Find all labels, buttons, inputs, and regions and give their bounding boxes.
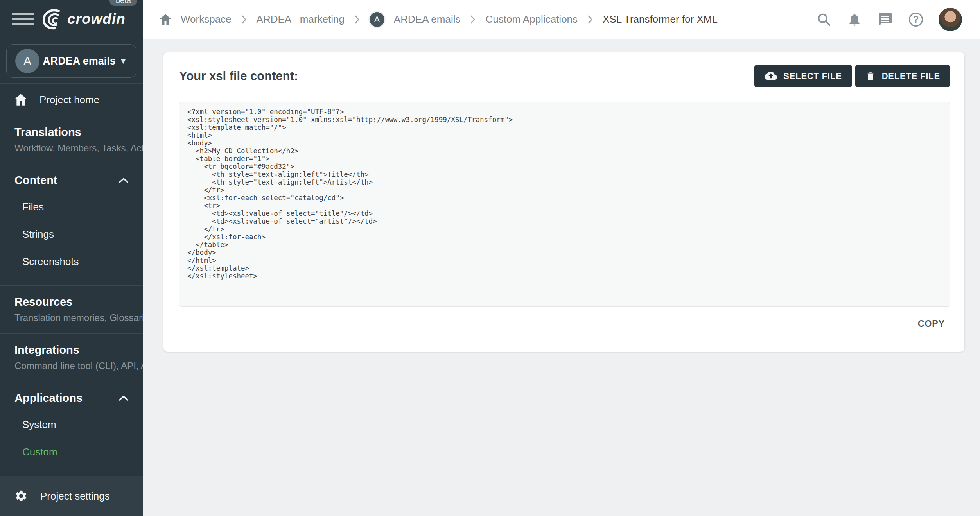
help-icon[interactable]: ? bbox=[909, 13, 923, 27]
delete-file-button[interactable]: DELETE FILE bbox=[855, 65, 950, 87]
topbar-icons: ? bbox=[817, 8, 962, 31]
page-title: Your xsl file content: bbox=[179, 69, 298, 83]
project-avatar: A bbox=[15, 49, 39, 73]
sidebar-item-strings[interactable]: Strings bbox=[0, 220, 143, 248]
breadcrumb-custom-applications[interactable]: Custom Applications bbox=[485, 13, 578, 25]
topbar: Workspace ARDEA - marketing A ARDEA emai… bbox=[143, 0, 980, 39]
gear-icon bbox=[14, 489, 28, 503]
sidebar-item-project-settings[interactable]: Project settings bbox=[0, 476, 143, 516]
sidebar-header: crowdin beta bbox=[0, 0, 143, 38]
sidebar-item-custom[interactable]: Custom bbox=[0, 438, 143, 466]
app-root: crowdin beta A ARDEA emails ▼ Project ho… bbox=[0, 0, 980, 516]
crowdin-logo[interactable]: crowdin beta bbox=[40, 8, 126, 30]
breadcrumb-project[interactable]: ARDEA emails bbox=[394, 13, 461, 25]
file-actions: SELECT FILE DELETE FILE bbox=[754, 65, 950, 87]
section-title-integrations[interactable]: Integrations bbox=[14, 342, 79, 357]
content-column: Workspace ARDEA - marketing A ARDEA emai… bbox=[143, 0, 980, 516]
breadcrumb-project-avatar[interactable]: A bbox=[370, 12, 384, 27]
project-selector[interactable]: A ARDEA emails ▼ bbox=[6, 44, 136, 78]
section-title-translations[interactable]: Translations bbox=[14, 125, 81, 140]
sidebar-item-project-home[interactable]: Project home bbox=[0, 84, 143, 116]
sidebar-item-screenshots[interactable]: Screenshots bbox=[0, 248, 143, 275]
sidebar-section-applications: Applications System Custom bbox=[0, 382, 143, 476]
xsl-code-content: <?xml version="1.0" encoding="UTF-8"?> <… bbox=[187, 108, 942, 280]
sidebar-item-label: Project home bbox=[39, 94, 99, 106]
sidebar-footer: Project settings bbox=[0, 476, 143, 516]
section-subtitle-integrations: Command line tool (CLI), API, A… bbox=[0, 357, 143, 371]
user-avatar[interactable] bbox=[939, 8, 962, 31]
section-title-applications[interactable]: Applications bbox=[14, 391, 83, 405]
messages-chat-icon[interactable] bbox=[878, 12, 893, 27]
beta-badge: beta bbox=[109, 0, 137, 6]
breadcrumb-org[interactable]: ARDEA - marketing bbox=[257, 13, 345, 25]
notifications-bell-icon[interactable] bbox=[847, 12, 862, 27]
sidebar-section-content: Content Files Strings Screenshots bbox=[0, 164, 143, 285]
breadcrumb-workspace[interactable]: Workspace bbox=[181, 13, 232, 25]
sidebar: crowdin beta A ARDEA emails ▼ Project ho… bbox=[0, 0, 143, 516]
trash-icon bbox=[865, 71, 876, 82]
chevron-right-icon bbox=[587, 14, 593, 25]
chevron-up-icon[interactable] bbox=[118, 177, 129, 183]
menu-icon[interactable] bbox=[12, 13, 34, 25]
sidebar-item-files[interactable]: Files bbox=[0, 193, 143, 220]
sidebar-item-label: Project settings bbox=[40, 490, 110, 502]
xsl-code-viewer[interactable]: <?xml version="1.0" encoding="UTF-8"?> <… bbox=[179, 102, 950, 307]
main-area: Your xsl file content: SELECT FILE bbox=[143, 39, 980, 516]
search-icon[interactable] bbox=[817, 12, 831, 27]
caret-down-icon: ▼ bbox=[119, 56, 127, 66]
chevron-up-icon[interactable] bbox=[118, 395, 129, 401]
chevron-right-icon bbox=[470, 14, 476, 25]
breadcrumb: Workspace ARDEA - marketing A ARDEA emai… bbox=[160, 12, 817, 27]
project-selector-name: ARDEA emails bbox=[39, 55, 119, 67]
sidebar-item-system[interactable]: System bbox=[0, 411, 143, 438]
cloud-upload-icon bbox=[765, 71, 777, 81]
copy-button[interactable]: COPY bbox=[918, 319, 945, 329]
sidebar-section-translations[interactable]: Translations Workflow, Members, Tasks, A… bbox=[0, 116, 143, 164]
section-subtitle-translations: Workflow, Members, Tasks, Act… bbox=[0, 140, 143, 154]
sidebar-section-integrations[interactable]: Integrations Command line tool (CLI), AP… bbox=[0, 334, 143, 382]
crowdin-logo-text: crowdin bbox=[67, 11, 126, 27]
section-title-resources[interactable]: Resources bbox=[14, 294, 72, 309]
chevron-right-icon bbox=[354, 14, 360, 25]
chevron-right-icon bbox=[241, 14, 247, 25]
crowdin-logo-icon bbox=[40, 8, 64, 30]
sidebar-section-resources[interactable]: Resources Translation memories, Glossari… bbox=[0, 286, 143, 333]
home-icon[interactable] bbox=[160, 14, 171, 25]
select-file-button[interactable]: SELECT FILE bbox=[754, 65, 852, 87]
section-subtitle-resources: Translation memories, Glossari… bbox=[0, 309, 143, 323]
home-icon bbox=[14, 94, 27, 106]
breadcrumb-current-page: XSL Transformer for XML bbox=[603, 13, 718, 25]
section-title-content[interactable]: Content bbox=[14, 173, 57, 188]
xsl-content-card: Your xsl file content: SELECT FILE bbox=[163, 52, 964, 352]
